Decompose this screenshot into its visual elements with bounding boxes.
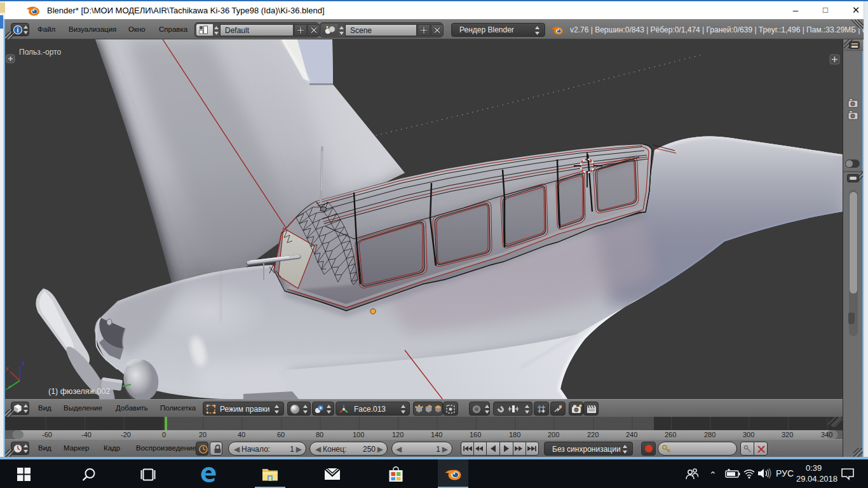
svg-text:z: z (22, 360, 25, 367)
svg-text:x: x (6, 365, 9, 372)
svg-text:Польз.-орто: Польз.-орто (19, 48, 62, 57)
svg-text:i: i (17, 27, 19, 34)
svg-text:(1) фюзеляж.002: (1) фюзеляж.002 (48, 387, 110, 396)
